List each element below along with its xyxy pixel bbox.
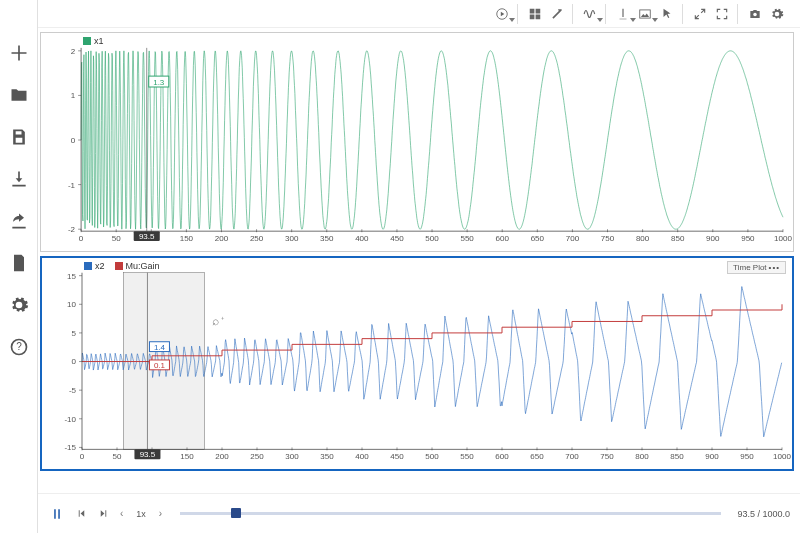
plot-2-type-badge[interactable]: Time Plot••• [727, 261, 786, 274]
run-button[interactable] [491, 4, 513, 24]
top-toolbar [38, 0, 800, 28]
open-folder-button[interactable] [6, 82, 32, 108]
help-button[interactable]: ? [6, 334, 32, 360]
svg-text:700: 700 [565, 452, 579, 461]
svg-text:300: 300 [285, 452, 299, 461]
timeline-thumb[interactable] [231, 508, 241, 518]
signal-button[interactable] [579, 4, 601, 24]
legend-x2: x2 [95, 261, 105, 271]
svg-text:200: 200 [215, 452, 229, 461]
svg-text:0: 0 [72, 358, 77, 367]
step-back-button[interactable] [74, 507, 88, 521]
plot-2[interactable]: x2 Mu:Gain Time Plot••• 0501001502002503… [40, 256, 794, 471]
svg-text:?: ? [16, 341, 22, 352]
main-area: x1 0501001502002503003504004505005506006… [38, 0, 800, 533]
speed-dec-button[interactable]: ‹ [118, 508, 125, 519]
svg-text:750: 750 [601, 234, 615, 243]
svg-text:-2: -2 [68, 225, 76, 234]
pointer-button[interactable] [656, 4, 678, 24]
settings-button[interactable] [6, 292, 32, 318]
svg-text:800: 800 [635, 452, 649, 461]
plots-container: x1 0501001502002503003504004505005506006… [38, 28, 800, 493]
svg-point-4 [753, 12, 757, 15]
svg-text:150: 150 [180, 452, 194, 461]
marker-button[interactable] [612, 4, 634, 24]
svg-text:850: 850 [671, 234, 685, 243]
svg-text:600: 600 [495, 452, 509, 461]
zoom-cursor-icon: ⌕⁺ [212, 314, 226, 328]
clear-button[interactable] [546, 4, 568, 24]
svg-text:15: 15 [67, 272, 76, 281]
svg-text:950: 950 [741, 234, 755, 243]
speed-inc-button[interactable]: › [157, 508, 164, 519]
plot-1-legend: x1 [83, 36, 104, 46]
svg-text:93.5: 93.5 [139, 232, 155, 241]
svg-text:50: 50 [112, 234, 121, 243]
legend-mu: Mu:Gain [126, 261, 160, 271]
svg-text:93.5: 93.5 [140, 450, 156, 459]
svg-text:750: 750 [600, 452, 614, 461]
svg-text:800: 800 [636, 234, 650, 243]
svg-text:350: 350 [320, 234, 334, 243]
svg-text:450: 450 [390, 452, 404, 461]
svg-text:450: 450 [390, 234, 404, 243]
svg-text:600: 600 [496, 234, 510, 243]
save-button[interactable] [6, 124, 32, 150]
svg-text:550: 550 [460, 234, 474, 243]
svg-text:50: 50 [113, 452, 122, 461]
playback-bar: ‹ 1x › 93.5 / 1000.0 [38, 493, 800, 533]
app-root: ? [0, 0, 800, 533]
legend-x1: x1 [94, 36, 104, 46]
svg-text:1.4: 1.4 [154, 343, 166, 352]
svg-text:-15: -15 [64, 443, 76, 452]
step-fwd-button[interactable] [96, 507, 110, 521]
svg-text:-10: -10 [64, 415, 76, 424]
svg-text:10: 10 [67, 300, 76, 309]
timeline-track[interactable] [180, 512, 721, 515]
svg-text:1.3: 1.3 [153, 78, 165, 87]
document-button[interactable] [6, 250, 32, 276]
svg-text:400: 400 [355, 452, 369, 461]
svg-text:150: 150 [180, 234, 194, 243]
svg-text:650: 650 [530, 452, 544, 461]
svg-text:650: 650 [531, 234, 545, 243]
svg-text:500: 500 [425, 452, 439, 461]
pause-button[interactable] [48, 505, 66, 523]
expand-button[interactable] [689, 4, 711, 24]
speed-label: 1x [133, 509, 149, 519]
grid-layout-button[interactable] [524, 4, 546, 24]
svg-text:350: 350 [320, 452, 334, 461]
svg-text:0: 0 [80, 452, 85, 461]
svg-text:250: 250 [250, 234, 264, 243]
export-button[interactable] [6, 208, 32, 234]
svg-text:500: 500 [425, 234, 439, 243]
svg-text:250: 250 [250, 452, 264, 461]
plot-1-canvas[interactable]: 0501001502002503003504004505005506006507… [41, 33, 793, 251]
plot-2-legend: x2 Mu:Gain [84, 261, 160, 271]
time-counter: 93.5 / 1000.0 [737, 509, 790, 519]
svg-text:1000: 1000 [774, 234, 792, 243]
download-button[interactable] [6, 166, 32, 192]
add-button[interactable] [6, 40, 32, 66]
svg-text:400: 400 [355, 234, 369, 243]
svg-text:900: 900 [706, 234, 720, 243]
svg-text:5: 5 [72, 329, 77, 338]
config-button[interactable] [766, 4, 788, 24]
plot-2-canvas[interactable]: 0501001502002503003504004505005506006507… [42, 258, 792, 469]
svg-text:1: 1 [71, 91, 76, 100]
svg-text:1000: 1000 [773, 452, 791, 461]
svg-text:950: 950 [740, 452, 754, 461]
picture-button[interactable] [634, 4, 656, 24]
svg-text:200: 200 [215, 234, 229, 243]
svg-text:850: 850 [670, 452, 684, 461]
svg-text:700: 700 [566, 234, 580, 243]
sidebar: ? [0, 0, 38, 533]
svg-text:0: 0 [79, 234, 84, 243]
svg-text:-1: -1 [68, 181, 76, 190]
snapshot-button[interactable] [744, 4, 766, 24]
svg-text:0.1: 0.1 [154, 361, 166, 370]
svg-text:900: 900 [705, 452, 719, 461]
svg-text:2: 2 [71, 47, 76, 56]
fullscreen-button[interactable] [711, 4, 733, 24]
plot-1[interactable]: x1 0501001502002503003504004505005506006… [40, 32, 794, 252]
